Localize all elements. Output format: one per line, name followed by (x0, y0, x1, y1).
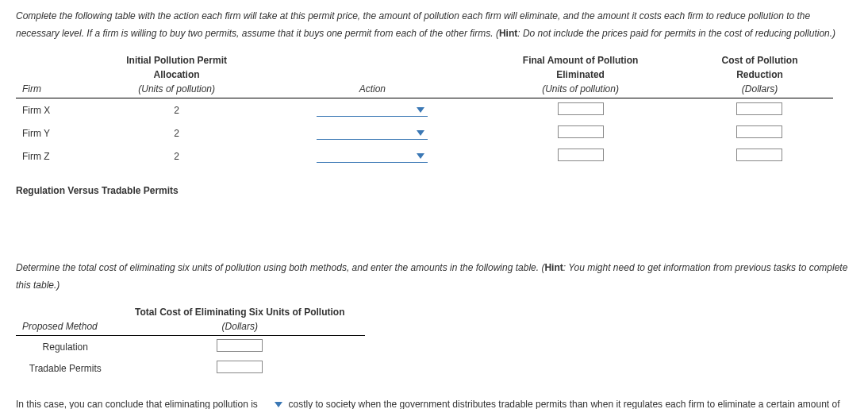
method-label: Tradable Permits (16, 357, 115, 379)
col-method: Proposed Method (16, 319, 115, 336)
alloc-value: 2 (83, 145, 271, 168)
section-heading: Regulation Versus Tradable Permits (16, 185, 852, 196)
eliminated-input[interactable] (558, 102, 604, 115)
table-row: Firm X 2 (16, 98, 833, 122)
col-final-h2: Eliminated (474, 68, 686, 82)
cost-input[interactable] (736, 149, 782, 161)
totalcost-input[interactable] (217, 339, 263, 352)
col-final-h1: Final Amount of Pollution (474, 53, 686, 68)
col-totalcost-sub: (Dollars) (115, 319, 365, 336)
action-dropdown[interactable] (317, 127, 428, 140)
cost-input[interactable] (736, 125, 782, 138)
action-dropdown[interactable] (317, 104, 428, 117)
col-cost-h2: Reduction (686, 68, 833, 82)
firm-label: Firm X (16, 98, 83, 122)
alloc-value: 2 (83, 122, 271, 145)
chevron-down-icon (275, 402, 282, 407)
col-alloc-h2: Allocation (83, 68, 271, 82)
chevron-down-icon (417, 107, 424, 113)
instruction-2: Determine the total cost of eliminating … (16, 260, 852, 294)
table-row: Firm Z 2 (16, 145, 833, 168)
totalcost-input[interactable] (217, 361, 263, 373)
col-final-sub: (Units of pollution) (474, 82, 686, 98)
chevron-down-icon (417, 130, 424, 136)
table-row: Firm Y 2 (16, 122, 833, 145)
col-action: Action (270, 82, 474, 98)
conclusion: In this case, you can conclude that elim… (16, 396, 852, 409)
col-alloc-h1: Initial Pollution Permit (83, 53, 271, 68)
method-table: Total Cost of Eliminating Six Units of P… (16, 305, 365, 379)
instruction-1: Complete the following table with the ac… (16, 8, 852, 42)
method-label: Regulation (16, 336, 115, 358)
col-alloc-sub: (Units of pollution) (83, 82, 271, 98)
col-cost-h1: Cost of Pollution (686, 53, 833, 68)
col-totalcost-h1: Total Cost of Eliminating Six Units of P… (115, 305, 365, 319)
cost-input[interactable] (736, 102, 782, 115)
firm-label: Firm Z (16, 145, 83, 168)
firm-table: Initial Pollution Permit Final Amount of… (16, 53, 833, 168)
conclusion-dropdown[interactable] (262, 399, 284, 409)
alloc-value: 2 (83, 98, 271, 122)
col-firm: Firm (16, 82, 83, 98)
action-dropdown[interactable] (317, 150, 428, 163)
chevron-down-icon (417, 153, 424, 159)
table-row: Regulation (16, 336, 365, 358)
firm-label: Firm Y (16, 122, 83, 145)
table-row: Tradable Permits (16, 357, 365, 379)
col-cost-sub: (Dollars) (686, 82, 833, 98)
eliminated-input[interactable] (558, 149, 604, 161)
eliminated-input[interactable] (558, 125, 604, 138)
